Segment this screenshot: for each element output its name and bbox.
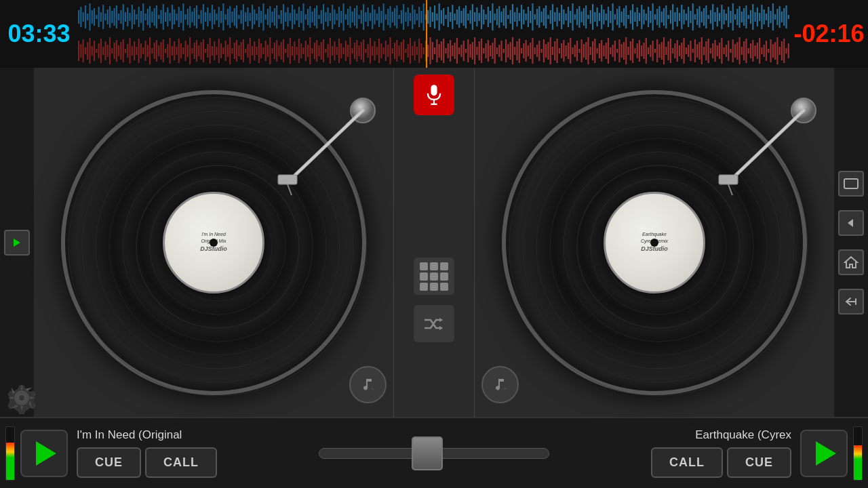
- svg-rect-272: [681, 5, 682, 29]
- svg-rect-109: [318, 15, 319, 19]
- svg-rect-481: [429, 37, 431, 64]
- svg-rect-212: [547, 15, 549, 19]
- svg-rect-321: [426, 0, 427, 34]
- svg-rect-604: [703, 47, 705, 55]
- right-nav: [834, 68, 868, 417]
- svg-rect-441: [340, 43, 342, 58]
- svg-rect-300: [743, 8, 745, 26]
- svg-rect-5: [87, 14, 88, 20]
- crossfader-knob[interactable]: [412, 436, 443, 470]
- svg-rect-39: [163, 4, 164, 30]
- cue-button-left[interactable]: CUE: [77, 447, 141, 478]
- screen-icon[interactable]: [838, 171, 864, 197]
- music-note-button-right[interactable]: +: [481, 366, 519, 403]
- crossfader-track[interactable]: [319, 448, 549, 459]
- play-button-right[interactable]: [800, 430, 848, 477]
- cue-button-right[interactable]: CUE: [727, 447, 791, 478]
- svg-rect-89: [274, 8, 275, 26]
- svg-rect-271: [679, 13, 680, 21]
- back-button[interactable]: [838, 210, 864, 236]
- svg-rect-10: [98, 7, 100, 27]
- svg-rect-610: [717, 45, 718, 56]
- svg-rect-566: [618, 39, 620, 62]
- svg-rect-331: [96, 49, 97, 53]
- svg-rect-183: [483, 9, 484, 24]
- waveform-blue[interactable]: [78, 0, 790, 34]
- settings-gear-button[interactable]: [5, 382, 38, 417]
- svg-rect-616: [730, 49, 731, 53]
- svg-rect-249: [630, 10, 631, 24]
- svg-marker-680: [845, 257, 857, 268]
- svg-rect-496: [463, 41, 465, 61]
- svg-rect-521: [519, 39, 520, 63]
- waveform-container[interactable]: [78, 0, 790, 68]
- svg-rect-596: [686, 47, 687, 54]
- grid-button[interactable]: [414, 258, 454, 295]
- svg-rect-283: [705, 5, 707, 28]
- svg-rect-64: [218, 7, 220, 27]
- svg-rect-353: [144, 41, 146, 61]
- waveform-red[interactable]: [78, 34, 790, 68]
- svg-rect-123: [349, 6, 351, 28]
- svg-rect-632: [766, 41, 767, 61]
- return-button[interactable]: [838, 289, 864, 314]
- svg-rect-583: [656, 39, 658, 62]
- svg-rect-133: [372, 5, 373, 29]
- svg-marker-662: [439, 318, 443, 322]
- home-button[interactable]: [838, 249, 864, 275]
- svg-rect-472: [410, 38, 411, 64]
- play-button-left[interactable]: [20, 430, 68, 477]
- svg-rect-531: [541, 49, 542, 53]
- vu-meter-right: [853, 426, 863, 481]
- svg-rect-244: [618, 6, 620, 28]
- mic-button[interactable]: [414, 75, 454, 115]
- svg-rect-535: [550, 37, 551, 64]
- svg-rect-466: [396, 40, 397, 62]
- svg-rect-236: [601, 5, 602, 29]
- svg-rect-354: [147, 45, 149, 57]
- svg-rect-239: [608, 7, 609, 27]
- svg-rect-329: [92, 46, 93, 56]
- svg-rect-608: [712, 43, 713, 58]
- svg-rect-327: [87, 42, 88, 60]
- svg-rect-382: [210, 38, 211, 64]
- svg-rect-361: [163, 39, 164, 62]
- svg-rect-76: [245, 12, 246, 22]
- svg-rect-359: [158, 45, 159, 56]
- svg-rect-659: [431, 85, 437, 96]
- svg-rect-436: [330, 38, 331, 64]
- svg-rect-29: [140, 11, 142, 23]
- svg-rect-355: [149, 37, 151, 64]
- shuffle-button[interactable]: [414, 305, 454, 342]
- call-button-left[interactable]: CALL: [145, 447, 217, 478]
- svg-rect-400: [250, 38, 251, 64]
- svg-rect-484: [436, 39, 437, 62]
- svg-rect-235: [599, 13, 600, 21]
- call-button-right[interactable]: CALL: [651, 447, 723, 478]
- left-play-button[interactable]: [4, 230, 30, 256]
- svg-rect-544: [570, 38, 571, 64]
- svg-rect-375: [194, 43, 195, 59]
- right-deck-controls: [795, 426, 868, 481]
- svg-rect-326: [85, 47, 86, 54]
- svg-rect-642: [788, 43, 789, 58]
- svg-rect-234: [597, 7, 598, 26]
- svg-rect-237: [603, 9, 604, 24]
- svg-rect-209: [541, 12, 542, 22]
- svg-rect-495: [460, 45, 462, 57]
- svg-rect-151: [412, 5, 413, 29]
- svg-rect-523: [523, 43, 524, 58]
- svg-rect-415: [283, 39, 284, 62]
- svg-rect-298: [739, 6, 741, 28]
- svg-rect-497: [465, 49, 467, 53]
- svg-rect-545: [572, 47, 573, 54]
- svg-rect-73: [238, 15, 239, 19]
- music-note-button-left[interactable]: +: [349, 366, 387, 403]
- svg-rect-508: [490, 45, 491, 56]
- svg-rect-339: [114, 43, 115, 59]
- svg-rect-276: [690, 11, 691, 23]
- svg-rect-395: [238, 45, 239, 56]
- svg-rect-534: [547, 42, 549, 60]
- svg-rect-265: [665, 5, 667, 28]
- svg-rect-500: [472, 42, 473, 60]
